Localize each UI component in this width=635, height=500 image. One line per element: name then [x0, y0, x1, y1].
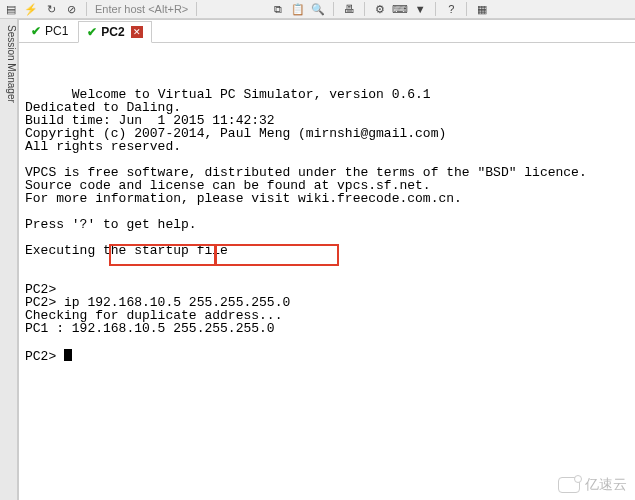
host-input[interactable]: Enter host <Alt+R> — [95, 3, 188, 15]
close-icon[interactable]: ✕ — [131, 26, 143, 38]
separator — [435, 2, 436, 16]
tab-bar: ✔ PC1 ✔ PC2 ✕ — [19, 19, 635, 43]
separator — [86, 2, 87, 16]
connect-icon[interactable]: ⚡ — [24, 2, 38, 16]
separator — [466, 2, 467, 16]
terminal-output: Welcome to Virtual PC Simulator, version… — [25, 49, 629, 500]
disconnect-icon[interactable]: ⊘ — [64, 2, 78, 16]
gear-icon[interactable]: ⚙ — [373, 2, 387, 16]
find-icon[interactable]: 🔍 — [311, 2, 325, 16]
watermark-text: 亿速云 — [585, 476, 627, 494]
separator — [364, 2, 365, 16]
watermark-logo-icon — [558, 477, 580, 493]
filter-icon[interactable]: ▼ — [413, 2, 427, 16]
menu-icon[interactable]: ▤ — [4, 2, 18, 16]
help-icon[interactable]: ? — [444, 2, 458, 16]
check-icon: ✔ — [87, 25, 97, 39]
separator — [333, 2, 334, 16]
cursor — [64, 349, 72, 361]
tab-pc1[interactable]: ✔ PC1 — [23, 21, 76, 41]
separator — [196, 2, 197, 16]
check-icon: ✔ — [31, 24, 41, 38]
terminal-area[interactable]: Welcome to Virtual PC Simulator, version… — [19, 43, 635, 500]
session-manager-sidebar[interactable]: Session Manager — [0, 19, 18, 500]
tab-label: PC1 — [45, 24, 68, 38]
watermark: 亿速云 — [558, 476, 627, 494]
app-icon[interactable]: ▦ — [475, 2, 489, 16]
print-icon[interactable]: 🖶 — [342, 2, 356, 16]
refresh-icon[interactable]: ↻ — [44, 2, 58, 16]
tab-pc2[interactable]: ✔ PC2 ✕ — [78, 21, 151, 43]
copy-icon[interactable]: ⧉ — [271, 2, 285, 16]
toolbar: ▤ ⚡ ↻ ⊘ Enter host <Alt+R> ⧉ 📋 🔍 🖶 ⚙ ⌨ ▼… — [0, 0, 635, 19]
keyboard-icon[interactable]: ⌨ — [393, 2, 407, 16]
tab-label: PC2 — [101, 25, 124, 39]
paste-icon[interactable]: 📋 — [291, 2, 305, 16]
highlight-subnet-mask — [215, 244, 339, 266]
